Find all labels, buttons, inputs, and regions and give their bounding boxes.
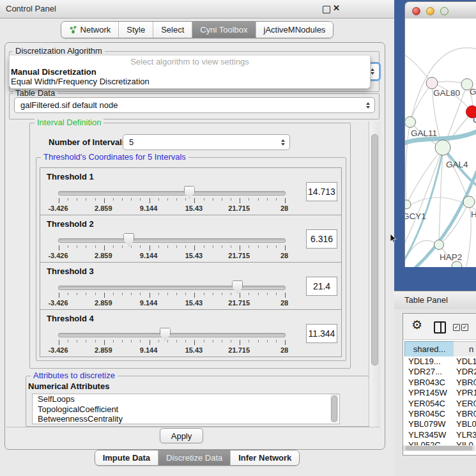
tab-discretize-data[interactable]: Discretize Data (158, 450, 231, 465)
network-view-window: GAL80 GAL G GAL11 GAL4 GCY1 H HAP2 (404, 1, 476, 267)
network-graph: GAL80 GAL G GAL11 GAL4 GCY1 H HAP2 (405, 19, 476, 267)
cell-name: YDR2 (456, 367, 476, 376)
algorithm-option-equal-width[interactable]: Equal Width/Frequency Discretization (10, 77, 370, 86)
float-window-icon[interactable] (323, 6, 330, 13)
slider-tick-labels: -3.4262.8599.14415.4321.71528 (58, 252, 284, 259)
table-horizontal-scrollbar[interactable] (403, 445, 475, 451)
gear-icon[interactable]: ⚙ (411, 319, 422, 332)
cell-shared-name: YPR145W (408, 388, 447, 397)
table-row[interactable]: YIL052CYIL0 (404, 440, 476, 445)
close-icon[interactable]: ✕ (333, 3, 340, 13)
apply-button-label: Apply (171, 431, 192, 441)
table-panel-titlebar: Table Panel (394, 291, 476, 310)
threshold-4-slider-track[interactable] (58, 333, 286, 337)
tab-select[interactable]: Select (153, 22, 192, 38)
tick-label: 9.144 (140, 204, 158, 212)
threshold-4-value-input[interactable] (306, 324, 337, 343)
threshold-1-value-input[interactable] (306, 182, 337, 201)
attribute-list-item[interactable]: BetweennessCentrality (33, 414, 339, 424)
numerical-attributes-list[interactable]: SelfLoopsTopologicalCoefficientBetweenne… (32, 394, 340, 424)
checkbox-icon[interactable]: ✓ (461, 324, 468, 331)
table-row[interactable]: YLR345WYLR3 (404, 430, 476, 440)
threshold-3-slider-thumb[interactable] (232, 280, 243, 293)
tick-label: 9.144 (140, 346, 158, 354)
apply-button[interactable]: Apply (160, 428, 203, 443)
threshold-3-panel: Threshold 3 -3.4262.8599.14415.4321.7152… (40, 262, 342, 310)
tick-label: -3.426 (48, 204, 68, 212)
column-header-shared-name[interactable]: shared... (404, 341, 454, 357)
table-row[interactable]: YBR043CYBR0 (404, 378, 476, 388)
tick-label: -3.426 (48, 299, 68, 307)
tab-infer-network-label: Infer Network (238, 453, 291, 463)
node-hap2[interactable] (434, 240, 444, 250)
attributes-list-scrollbar[interactable] (330, 394, 338, 422)
attribute-list-item[interactable]: TopologicalCoefficient (33, 404, 339, 415)
node-label-gal80: GAL80 (433, 88, 460, 98)
combo-arrows-icon (281, 139, 285, 146)
settings-scrollbar-thumb[interactable] (371, 134, 378, 365)
node-gcy1[interactable] (405, 200, 411, 209)
discretization-algorithm-group-label: Discretization Algorithm (13, 47, 105, 55)
tab-style[interactable]: Style (119, 22, 153, 38)
threshold-2-slider-thumb[interactable] (123, 233, 134, 246)
table-panel-title: Table Panel (404, 295, 448, 305)
tick-label: 28 (280, 299, 288, 307)
tick-label: 9.144 (140, 299, 158, 307)
tick-label: 28 (280, 346, 288, 354)
slider-tick-labels: -3.4262.8599.14415.4321.71528 (58, 204, 284, 212)
close-traffic-light[interactable] (412, 7, 420, 15)
node-his[interactable] (463, 196, 475, 208)
threshold-1-slider-thumb[interactable] (184, 186, 195, 199)
threshold-1-panel: Threshold 1 -3.4262.8599.14415.4321.7152… (40, 167, 342, 215)
attributes-scrollbar-thumb[interactable] (331, 395, 337, 422)
threshold-1-slider-track[interactable] (58, 191, 286, 196)
table-rows[interactable]: YDL19...YDL1YDR27...YDR2YBR043CYBR0YPR14… (404, 357, 476, 445)
cell-shared-name: YBR043C (408, 378, 445, 387)
slider-ticks (59, 198, 286, 203)
threshold-3-value-input[interactable] (306, 277, 337, 296)
hscrollbar-thumb[interactable] (405, 446, 473, 450)
threshold-2-value-input[interactable] (306, 229, 337, 249)
number-of-intervals-combo[interactable]: 5 (123, 134, 290, 150)
tab-impute-data[interactable]: Impute Data (95, 450, 158, 465)
cell-shared-name: YER054C (408, 399, 445, 408)
cell-name: YLR3 (456, 430, 476, 440)
attribute-list-item[interactable]: SelfLoops (33, 394, 339, 404)
threshold-3-label: Threshold 3 (47, 266, 94, 276)
table-data-combo[interactable]: galFiltered.sif default node (14, 97, 375, 113)
slider-ticks (59, 245, 286, 250)
zoom-traffic-light[interactable] (440, 7, 449, 15)
table-row[interactable]: YPR145WYPR1 (404, 388, 476, 398)
threshold-2-slider-track[interactable] (58, 238, 286, 243)
columns-icon[interactable] (434, 321, 446, 334)
tick-label: 2.859 (95, 346, 112, 354)
network-window-titlebar (404, 1, 476, 20)
minimize-traffic-light[interactable] (426, 7, 434, 15)
node-gal80[interactable] (426, 77, 438, 89)
tick-label: 15.43 (185, 204, 203, 212)
algorithm-option-manual[interactable]: Manual Discretization (10, 67, 370, 77)
bottom-tab-bar: Impute Data Discretize Data Infer Networ… (0, 450, 394, 466)
settings-scrollbar[interactable] (369, 121, 380, 427)
table-row[interactable]: YER054CYER0 (404, 399, 476, 409)
table-row[interactable]: YBR045CYBR0 (404, 409, 476, 419)
tab-infer-network[interactable]: Infer Network (231, 450, 299, 465)
tick-label: -3.426 (48, 252, 68, 259)
checkbox-icon[interactable]: ✓ (453, 324, 460, 331)
node-gal4[interactable] (435, 140, 450, 155)
tab-jactivemnodules[interactable]: jActiveMNodules (256, 22, 334, 38)
algorithm-dropdown-popup: Select algorithm to view settings Manual… (9, 56, 371, 89)
tab-network[interactable]: Network (61, 22, 119, 38)
threshold-3-slider-track[interactable] (58, 286, 286, 290)
table-row[interactable]: YBL079WYBL0 (404, 419, 476, 429)
node-gal11[interactable] (405, 117, 416, 128)
node-label-his: H (471, 210, 476, 219)
table-row[interactable]: YDL19...YDL1 (404, 357, 476, 367)
tab-cyni-toolbox[interactable]: Cyni Toolbox (192, 22, 256, 38)
table-row[interactable]: YDR27...YDR2 (404, 367, 476, 377)
cell-name: YER0 (456, 399, 476, 408)
network-canvas[interactable]: GAL80 GAL G GAL11 GAL4 GCY1 H HAP2 (404, 19, 476, 267)
column-header-name[interactable]: n (454, 341, 476, 357)
threshold-2-panel: Threshold 2 -3.4262.8599.14415.4321.7152… (40, 215, 342, 263)
threshold-4-slider-thumb[interactable] (160, 328, 171, 341)
